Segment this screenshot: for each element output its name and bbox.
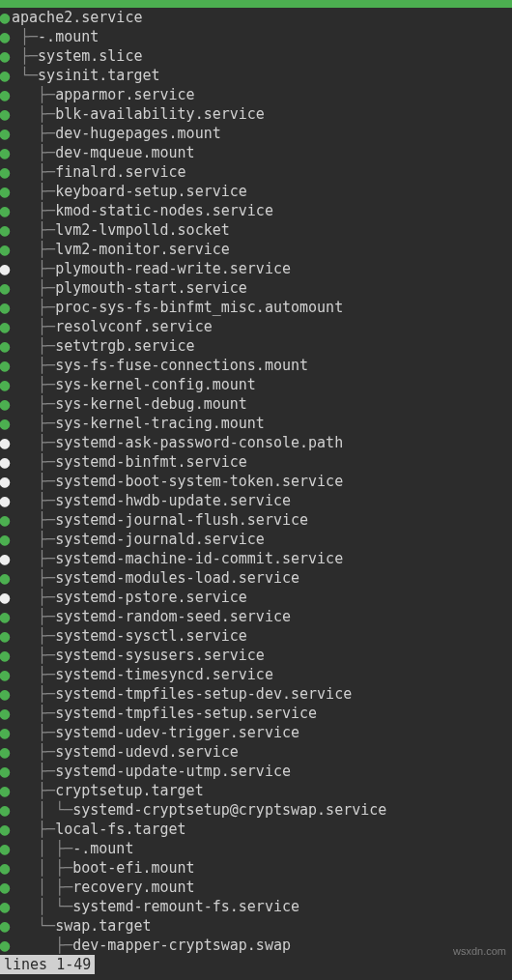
status-bullet: ● bbox=[0, 66, 12, 85]
status-bullet: ● bbox=[0, 858, 12, 878]
unit-name: blk-availability.service bbox=[55, 104, 265, 124]
unit-name: system.slice bbox=[38, 46, 142, 66]
tree-branch: ├─ bbox=[12, 46, 38, 66]
status-bullet: ● bbox=[0, 897, 12, 916]
tree-line: ● ├─systemd-sysusers.service bbox=[0, 646, 512, 665]
tree-branch: ├─ bbox=[12, 491, 55, 510]
status-bullet: ● bbox=[0, 336, 12, 356]
tree-branch: ├─ bbox=[12, 375, 55, 394]
tree-branch: ├─ bbox=[12, 510, 55, 530]
tree-line: ● ├─local-fs.target bbox=[0, 820, 512, 839]
pager-status-text: lines 1-49 bbox=[0, 955, 95, 974]
tree-root-label: apache2.service bbox=[12, 8, 142, 27]
tree-branch: ├─ bbox=[12, 182, 55, 201]
status-bullet: ● bbox=[0, 124, 12, 143]
tree-branch: ├─ bbox=[12, 143, 55, 162]
status-bullet: ● bbox=[0, 46, 12, 66]
tree-line: ● ├─-.mount bbox=[0, 27, 512, 46]
tree-branch: ├─ bbox=[12, 356, 55, 375]
tree-line: ● ├─systemd-hwdb-update.service bbox=[0, 491, 512, 510]
unit-name: systemd-tmpfiles-setup-dev.service bbox=[55, 684, 352, 704]
unit-name: local-fs.target bbox=[55, 820, 185, 839]
status-bullet: ● bbox=[0, 433, 12, 452]
status-bullet: ● bbox=[0, 298, 12, 317]
tree-line: ● ├─dev-mapper-cryptswap.swap bbox=[0, 936, 512, 955]
tree-branch: │ ├─ bbox=[12, 878, 72, 897]
unit-name: systemd-cryptsetup@cryptswap.service bbox=[72, 800, 386, 820]
unit-name: systemd-random-seed.service bbox=[55, 607, 291, 626]
tree-branch: ├─ bbox=[12, 665, 55, 684]
status-bullet: ● bbox=[0, 278, 12, 298]
tree-line: ● ├─lvm2-monitor.service bbox=[0, 240, 512, 259]
tree-branch: │ └─ bbox=[12, 897, 72, 916]
unit-name: dev-mqueue.mount bbox=[55, 143, 195, 162]
unit-name: systemd-hwdb-update.service bbox=[55, 491, 291, 510]
status-bullet: ● bbox=[0, 839, 12, 858]
tree-line: ● ├─keyboard-setup.service bbox=[0, 182, 512, 201]
unit-name: keyboard-setup.service bbox=[55, 182, 247, 201]
status-bullet: ● bbox=[0, 588, 12, 607]
unit-name: swap.target bbox=[55, 916, 151, 936]
status-bullet: ● bbox=[0, 781, 12, 800]
unit-name: systemd-sysctl.service bbox=[55, 626, 247, 646]
unit-name: proc-sys-fs-binfmt_misc.automount bbox=[55, 298, 343, 317]
unit-name: sys-kernel-tracing.mount bbox=[55, 414, 265, 433]
tree-line: ● ├─systemd-update-utmp.service bbox=[0, 762, 512, 781]
tree-branch: ├─ bbox=[12, 723, 55, 742]
status-bullet: ● bbox=[0, 510, 12, 530]
terminal-output[interactable]: ●apache2.service ● ├─-.mount● ├─system.s… bbox=[0, 8, 512, 974]
tree-line: ● ├─apparmor.service bbox=[0, 85, 512, 104]
unit-name: resolvconf.service bbox=[55, 317, 213, 336]
tree-line: ● ├─systemd-boot-system-token.service bbox=[0, 472, 512, 491]
status-bullet: ● bbox=[0, 356, 12, 375]
tree-branch: ├─ bbox=[12, 336, 55, 356]
tree-line: ● │ ├─-.mount bbox=[0, 839, 512, 858]
tree-branch: ├─ bbox=[12, 240, 55, 259]
window-titlebar bbox=[0, 0, 512, 8]
tree-branch: ├─ bbox=[12, 742, 55, 762]
tree-branch: ├─ bbox=[12, 124, 55, 143]
unit-name: systemd-machine-id-commit.service bbox=[55, 549, 343, 568]
tree-branch: ├─ bbox=[12, 27, 38, 46]
tree-branch: ├─ bbox=[12, 85, 55, 104]
unit-name: systemd-pstore.service bbox=[55, 588, 247, 607]
unit-name: sys-fs-fuse-connections.mount bbox=[55, 356, 308, 375]
tree-line: ● │ ├─recovery.mount bbox=[0, 878, 512, 897]
tree-line: ● │ └─systemd-cryptsetup@cryptswap.servi… bbox=[0, 800, 512, 820]
status-bullet: ● bbox=[0, 626, 12, 646]
unit-name: systemd-remount-fs.service bbox=[72, 897, 299, 916]
status-bullet: ● bbox=[0, 530, 12, 549]
unit-name: plymouth-start.service bbox=[55, 278, 247, 298]
unit-name: systemd-udevd.service bbox=[55, 742, 239, 762]
unit-name: plymouth-read-write.service bbox=[55, 259, 291, 278]
tree-branch: ├─ bbox=[12, 588, 55, 607]
tree-branch: ├─ bbox=[12, 317, 55, 336]
unit-name: sysinit.target bbox=[38, 66, 159, 85]
tree-branch: ├─ bbox=[12, 259, 55, 278]
tree-line: ● ├─systemd-udev-trigger.service bbox=[0, 723, 512, 742]
status-bullet: ● bbox=[0, 916, 12, 936]
tree-branch: │ ├─ bbox=[12, 839, 72, 858]
tree-line: ● ├─sys-kernel-tracing.mount bbox=[0, 414, 512, 433]
status-bullet: ● bbox=[0, 820, 12, 839]
status-bullet: ● bbox=[0, 742, 12, 762]
unit-name: systemd-timesyncd.service bbox=[55, 665, 273, 684]
status-bullet: ● bbox=[0, 220, 12, 240]
tree-root-line: ●apache2.service bbox=[0, 8, 512, 27]
tree-branch: ├─ bbox=[12, 278, 55, 298]
tree-branch: ├─ bbox=[12, 936, 72, 955]
tree-branch: ├─ bbox=[12, 201, 55, 220]
status-bullet: ● bbox=[0, 800, 12, 820]
tree-line: ● ├─dev-mqueue.mount bbox=[0, 143, 512, 162]
tree-line: ● ├─dev-hugepages.mount bbox=[0, 124, 512, 143]
status-bullet: ● bbox=[0, 936, 12, 955]
tree-branch: ├─ bbox=[12, 781, 55, 800]
status-bullet: ● bbox=[0, 549, 12, 568]
unit-name: systemd-journal-flush.service bbox=[55, 510, 308, 530]
unit-name: dev-mapper-cryptswap.swap bbox=[72, 936, 291, 955]
tree-line: ● ├─systemd-binfmt.service bbox=[0, 452, 512, 472]
tree-line: ● │ └─systemd-remount-fs.service bbox=[0, 897, 512, 916]
unit-name: cryptsetup.target bbox=[55, 781, 204, 800]
unit-name: -.mount bbox=[72, 839, 133, 858]
unit-name: systemd-boot-system-token.service bbox=[55, 472, 343, 491]
